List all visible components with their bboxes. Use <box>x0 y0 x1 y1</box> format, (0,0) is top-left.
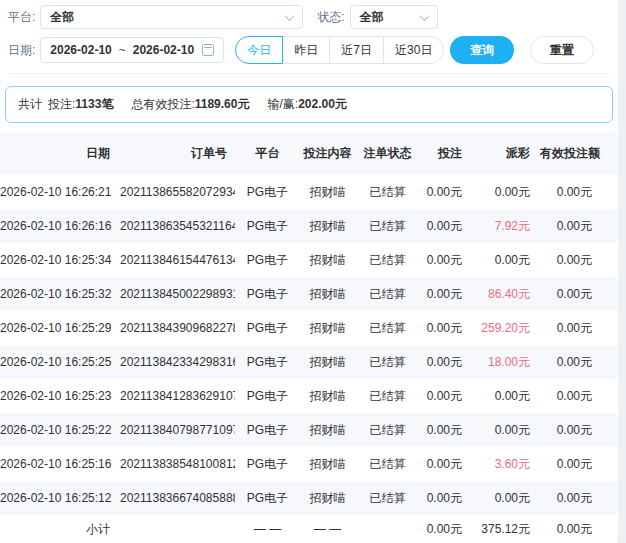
cell-platform: PG电子 <box>235 413 300 447</box>
date-range-input[interactable]: 2026-02-10 ~ 2026-02-10 <box>40 37 224 63</box>
cell-status: 已结算 <box>355 345 420 379</box>
subtotal-label: 小计 <box>0 515 120 543</box>
subtotal-payout: 375.12元 <box>470 515 540 543</box>
platform-label: 平台: <box>8 9 35 26</box>
cell-order: 2021138407987710976 <box>120 413 235 447</box>
cell-payout: 0.00元 <box>470 175 540 209</box>
totals-summary-bar: 共计投注:1133笔总有效投注:1189.60元输/赢:202.00元 <box>5 86 613 123</box>
quick-range-7days-button[interactable]: 近7日 <box>329 36 384 64</box>
cell-order: 2021138450022989315 <box>120 277 235 311</box>
cell-payout: 7.92元 <box>470 209 540 243</box>
summary-bets-label: 投注: <box>48 97 75 111</box>
chevron-down-icon <box>419 11 429 21</box>
table-row: 2026-02-10 16:25:252021138423342983168PG… <box>0 345 617 379</box>
calendar-icon <box>202 44 214 56</box>
cell-content: 招财喵 <box>300 447 355 481</box>
cell-date: 2026-02-10 16:25:25 <box>0 345 120 379</box>
cell-date: 2026-02-10 16:26:16 <box>0 209 120 243</box>
cell-platform: PG电子 <box>235 447 300 481</box>
quick-range-group: 今日 昨日 近7日 近30日 <box>235 36 444 64</box>
table-body: 2026-02-10 16:26:212021138655820729344PG… <box>0 175 617 515</box>
header-valid: 有效投注额 <box>540 132 617 175</box>
quick-range-today-button[interactable]: 今日 <box>235 36 283 64</box>
cell-date: 2026-02-10 16:25:22 <box>0 413 120 447</box>
cell-content: 招财喵 <box>300 481 355 515</box>
header-status: 注单状态 <box>355 132 420 175</box>
subtotal-valid: 0.00元 <box>540 515 617 543</box>
header-date: 日期 <box>0 132 120 175</box>
cell-status: 已结算 <box>355 243 420 277</box>
cell-valid: 0.00元 <box>540 481 617 515</box>
cell-valid: 0.00元 <box>540 175 617 209</box>
cell-valid: 0.00元 <box>540 379 617 413</box>
cell-date: 2026-02-10 16:25:29 <box>0 311 120 345</box>
cell-platform: PG电子 <box>235 175 300 209</box>
cell-order: 2021138385481008128 <box>120 447 235 481</box>
cell-payout: 0.00元 <box>470 413 540 447</box>
cell-bet: 0.00元 <box>420 277 470 311</box>
status-select-value: 全部 <box>360 9 384 26</box>
cell-content: 招财喵 <box>300 413 355 447</box>
table-row: 2026-02-10 16:25:232021138412836291072PG… <box>0 379 617 413</box>
date-range-separator: ~ <box>119 43 126 57</box>
table-row: 2026-02-10 16:25:162021138385481008128PG… <box>0 447 617 481</box>
cell-platform: PG电子 <box>235 243 300 277</box>
subtotal-row: 小计 — — — — 0.00元 375.12元 0.00元 <box>0 515 617 543</box>
date-end-value: 2026-02-10 <box>133 43 194 57</box>
cell-valid: 0.00元 <box>540 209 617 243</box>
table-row: 2026-02-10 16:25:342021138461544761345PG… <box>0 243 617 277</box>
status-select[interactable]: 全部 <box>350 5 438 29</box>
cell-bet: 0.00元 <box>420 413 470 447</box>
cell-order: 2021138655820729344 <box>120 175 235 209</box>
cell-status: 已结算 <box>355 413 420 447</box>
cell-bet: 0.00元 <box>420 481 470 515</box>
cell-date: 2026-02-10 16:25:34 <box>0 243 120 277</box>
chevron-down-icon <box>285 11 295 21</box>
cell-content: 招财喵 <box>300 175 355 209</box>
cell-order: 2021138635453211648 <box>120 209 235 243</box>
table-row: 2026-02-10 16:25:292021138439096822784PG… <box>0 311 617 345</box>
cell-payout: 0.00元 <box>470 243 540 277</box>
platform-select-value: 全部 <box>50 9 74 26</box>
date-label: 日期: <box>8 42 35 59</box>
cell-payout: 3.60元 <box>470 447 540 481</box>
cell-order: 2021138439096822784 <box>120 311 235 345</box>
summary-prefix: 共计 <box>18 97 42 111</box>
cell-platform: PG电子 <box>235 209 300 243</box>
cell-platform: PG电子 <box>235 481 300 515</box>
table-header: 日期 订单号 平台 投注内容 注单状态 投注 派彩 有效投注额 <box>0 132 617 175</box>
cell-valid: 0.00元 <box>540 311 617 345</box>
cell-bet: 0.00元 <box>420 345 470 379</box>
header-payout: 派彩 <box>470 132 540 175</box>
table-row: 2026-02-10 16:25:222021138407987710976PG… <box>0 413 617 447</box>
filter-bar: 平台: 全部 状态: 全部 日期: 2026-02-10 ~ 2026-02-1… <box>0 0 618 74</box>
cell-date: 2026-02-10 16:26:21 <box>0 175 120 209</box>
cell-date: 2026-02-10 16:25:32 <box>0 277 120 311</box>
reset-button[interactable]: 重置 <box>530 36 594 64</box>
cell-date: 2026-02-10 16:25:12 <box>0 481 120 515</box>
table-row: 2026-02-10 16:26:212021138655820729344PG… <box>0 175 617 209</box>
cell-status: 已结算 <box>355 447 420 481</box>
cell-bet: 0.00元 <box>420 447 470 481</box>
cell-order: 2021138366740858881 <box>120 481 235 515</box>
quick-range-yesterday-button[interactable]: 昨日 <box>282 36 330 64</box>
cell-status: 已结算 <box>355 481 420 515</box>
cell-platform: PG电子 <box>235 311 300 345</box>
table-row: 2026-02-10 16:26:162021138635453211648PG… <box>0 209 617 243</box>
platform-select[interactable]: 全部 <box>40 5 303 29</box>
cell-status: 已结算 <box>355 311 420 345</box>
cell-status: 已结算 <box>355 379 420 413</box>
bet-records-table: 日期 订单号 平台 投注内容 注单状态 投注 派彩 有效投注额 2026-02-… <box>0 132 617 543</box>
cell-valid: 0.00元 <box>540 345 617 379</box>
quick-range-30days-button[interactable]: 近30日 <box>383 36 444 64</box>
date-start-value: 2026-02-10 <box>50 43 111 57</box>
cell-bet: 0.00元 <box>420 175 470 209</box>
bet-records-panel: 平台: 全部 状态: 全部 日期: 2026-02-10 ~ 2026-02-1… <box>0 0 618 538</box>
cell-payout: 86.40元 <box>470 277 540 311</box>
header-content: 投注内容 <box>300 132 355 175</box>
search-button[interactable]: 查询 <box>450 36 514 64</box>
cell-status: 已结算 <box>355 175 420 209</box>
cell-order: 2021138412836291072 <box>120 379 235 413</box>
subtotal-platform: — — <box>235 515 300 543</box>
cell-content: 招财喵 <box>300 277 355 311</box>
